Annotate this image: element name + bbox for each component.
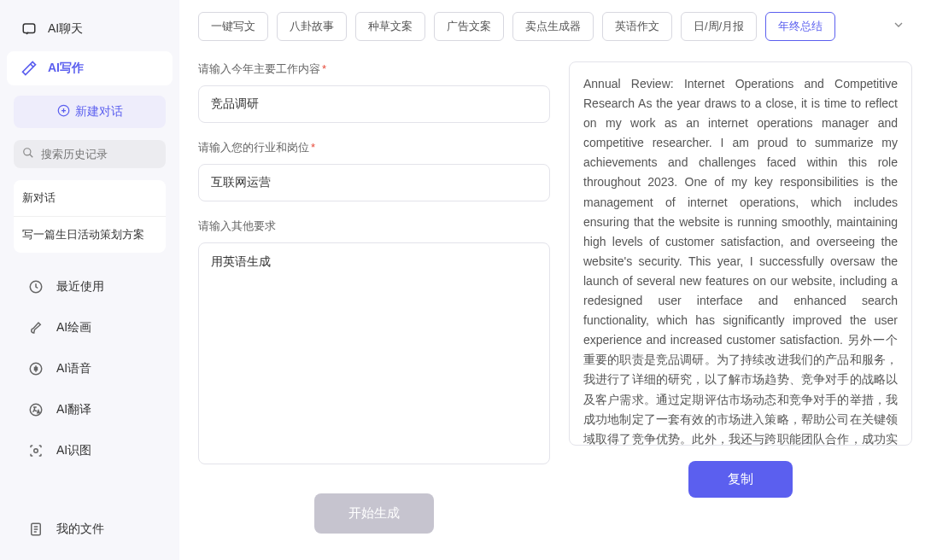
- work-content-input[interactable]: [198, 85, 550, 123]
- search-history-box[interactable]: [14, 140, 166, 168]
- tabs-expand-button[interactable]: [885, 13, 912, 40]
- tab-report[interactable]: 日/周/月报: [681, 12, 757, 41]
- tab-seeding-copy[interactable]: 种草文案: [355, 12, 425, 41]
- new-conversation-button[interactable]: 新建对话: [14, 96, 166, 128]
- translate-icon: [27, 401, 44, 418]
- tab-gossip-story[interactable]: 八卦故事: [277, 12, 347, 41]
- tool-label: 我的文件: [56, 522, 104, 537]
- tool-label: AI翻译: [56, 402, 91, 417]
- content-area: 请输入今年主要工作内容* 请输入您的行业和岗位* 请输入其他要求 开始生成 An…: [198, 53, 912, 560]
- output-actions: 复制: [569, 446, 912, 513]
- search-input[interactable]: [41, 148, 184, 160]
- tool-label: 最近使用: [56, 279, 104, 295]
- form-group-industry: 请输入您的行业和岗位*: [198, 140, 550, 201]
- nav-ai-chat[interactable]: AI聊天: [7, 12, 173, 46]
- other-requirements-input[interactable]: [198, 242, 550, 464]
- new-conv-label: 新建对话: [75, 104, 123, 120]
- output-text[interactable]: Annual Review: Internet Operations and C…: [569, 61, 912, 446]
- output-panel: Annual Review: Internet Operations and C…: [569, 53, 912, 560]
- form-group-work-content: 请输入今年主要工作内容*: [198, 61, 550, 123]
- nav-label: AI聊天: [48, 21, 83, 37]
- form-group-other: 请输入其他要求: [198, 219, 550, 468]
- tab-onekey-write[interactable]: 一键写文: [198, 12, 268, 41]
- history-item[interactable]: 写一篇生日活动策划方案: [14, 217, 166, 253]
- brush-icon: [27, 319, 44, 336]
- tool-label: AI识图: [56, 443, 91, 458]
- tab-annual-summary[interactable]: 年终总结: [765, 12, 835, 41]
- form-label: 请输入您的行业和岗位*: [198, 140, 550, 155]
- form-label: 请输入其他要求: [198, 219, 550, 234]
- required-mark: *: [322, 62, 326, 75]
- form-label: 请输入今年主要工作内容*: [198, 61, 550, 77]
- tool-recent[interactable]: 最近使用: [14, 268, 166, 306]
- scan-icon: [27, 442, 44, 459]
- search-icon: [22, 147, 34, 161]
- generate-button[interactable]: 开始生成: [314, 493, 434, 534]
- tool-drawing[interactable]: AI绘画: [14, 309, 166, 347]
- waveform-icon: [27, 360, 44, 377]
- chat-icon: [20, 20, 38, 38]
- clock-icon: [27, 278, 44, 295]
- copy-button[interactable]: 复制: [688, 461, 793, 498]
- tool-label: AI绘画: [56, 320, 91, 335]
- nav-ai-write[interactable]: AI写作: [7, 51, 173, 85]
- industry-input[interactable]: [198, 164, 550, 201]
- file-icon: [27, 521, 44, 538]
- tool-translate[interactable]: AI翻译: [14, 391, 166, 429]
- tool-image-rec[interactable]: AI识图: [14, 432, 166, 470]
- tab-selling-point[interactable]: 卖点生成器: [512, 12, 594, 41]
- tools-section: 最近使用 AI绘画 AI语音 AI翻译 AI识图: [7, 268, 173, 470]
- main-content: 一键写文 八卦故事 种草文案 广告文案 卖点生成器 英语作文 日/周/月报 年终…: [179, 0, 931, 560]
- plus-circle-icon: [57, 104, 70, 120]
- chevron-down-icon: [892, 18, 905, 35]
- svg-point-2: [24, 149, 31, 155]
- tabs-bar: 一键写文 八卦故事 种草文案 广告文案 卖点生成器 英语作文 日/周/月报 年终…: [198, 12, 912, 53]
- tool-label: AI语音: [56, 361, 91, 376]
- my-files[interactable]: 我的文件: [14, 510, 166, 548]
- history-item[interactable]: 新对话: [14, 180, 166, 217]
- sidebar-bottom: 我的文件: [7, 510, 173, 548]
- tab-ad-copy[interactable]: 广告文案: [434, 12, 504, 41]
- nav-label: AI写作: [48, 61, 84, 76]
- svg-point-5: [30, 404, 42, 416]
- form-panel: 请输入今年主要工作内容* 请输入您的行业和岗位* 请输入其他要求 开始生成: [198, 53, 550, 560]
- pen-icon: [20, 60, 38, 77]
- history-list: 新对话 写一篇生日活动策划方案: [14, 180, 166, 253]
- required-mark: *: [311, 141, 315, 154]
- tool-voice[interactable]: AI语音: [14, 350, 166, 388]
- svg-point-6: [34, 449, 38, 453]
- sidebar: AI聊天 AI写作 新建对话 新对话 写一篇生日活动策划方案 最近使用: [0, 0, 179, 560]
- tab-english-essay[interactable]: 英语作文: [602, 12, 672, 41]
- svg-rect-0: [23, 24, 35, 33]
